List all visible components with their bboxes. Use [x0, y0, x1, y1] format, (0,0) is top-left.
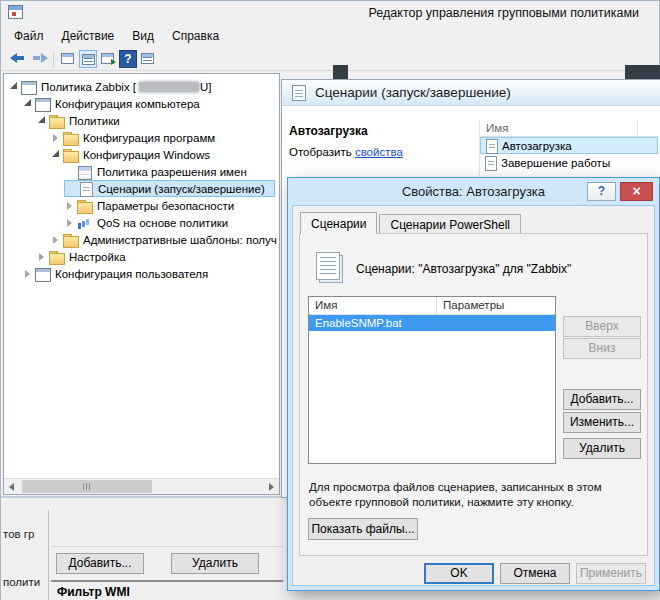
expand-toggle-icon[interactable]: [64, 200, 76, 212]
tree-item-user-configuration[interactable]: Конфигурация пользователя: [22, 265, 275, 282]
dialog-tabs: Сценарии Сценарии PowerShell: [300, 212, 521, 234]
menu-help[interactable]: Справка: [163, 26, 228, 46]
dialog-close-button[interactable]: ×: [620, 182, 653, 201]
link-prefix-text: Отобразить: [289, 146, 355, 158]
dialog-body: Сценарии Сценарии PowerShell Сценарии: "…: [292, 205, 655, 586]
up-level-icon[interactable]: [59, 50, 77, 68]
help-icon[interactable]: ?: [119, 50, 137, 68]
show-console-tree-icon[interactable]: [79, 50, 97, 68]
tree-item-policies[interactable]: Политики: [36, 112, 275, 129]
scrollbar-thumb[interactable]: [22, 480, 152, 493]
forward-arrow-icon[interactable]: [31, 50, 49, 68]
tree-item-administrative-templates[interactable]: Административные шаблоны: получ: [50, 231, 275, 248]
tree-item-label: Политики: [68, 114, 123, 128]
selected-script-type-label: Автозагрузка: [289, 124, 368, 138]
tree-item-label: Параметры безопасности: [96, 199, 237, 213]
tree-item-computer-configuration[interactable]: Конфигурация компьютера: [22, 95, 275, 112]
expand-spacer: [65, 183, 77, 195]
script-file-name: EnableSNMP.bat: [315, 317, 402, 329]
scroll-right-icon[interactable]: [263, 479, 279, 494]
expand-toggle-icon[interactable]: [36, 251, 48, 263]
apply-button[interactable]: Применить: [576, 563, 646, 584]
clipped-text-fragment: тов гр: [3, 528, 47, 540]
back-arrow-icon[interactable]: [9, 50, 27, 68]
redaction-blur: [139, 82, 199, 92]
folder-icon: [62, 131, 79, 145]
tree-item-label: Политика Zabbix [: [40, 80, 139, 94]
folder-icon: [76, 199, 93, 213]
scripts-list[interactable]: Имя Параметры EnableSNMP.bat: [308, 296, 556, 464]
script-icon: [485, 139, 498, 153]
show-files-button[interactable]: Показать файлы...: [308, 518, 418, 540]
results-header-title: Сценарии (запуск/завершение): [315, 85, 511, 100]
dialog-info-text: Для просмотра файлов сценариев, записанн…: [309, 480, 642, 510]
edit-button[interactable]: Изменить...: [563, 412, 641, 433]
tree-item-policy-based-qos[interactable]: QoS на основе политики: [64, 214, 275, 231]
up-button[interactable]: Вверх: [563, 316, 641, 337]
add-button[interactable]: Добавить...: [563, 389, 641, 410]
window-icon[interactable]: [139, 50, 157, 68]
scripts-header-icon: [291, 85, 307, 100]
list-item-startup[interactable]: Автозагрузка: [480, 137, 658, 154]
results-header: Сценарии (запуск/завершение): [282, 80, 660, 106]
tree-item-policy-root[interactable]: Политика Zabbix [ U]: [8, 78, 275, 95]
section-divider: [51, 580, 283, 582]
tree-item-name-resolution-policy[interactable]: Политика разрешения имен: [64, 163, 275, 180]
folder-icon: [48, 250, 65, 264]
expand-toggle-icon[interactable]: [8, 81, 20, 93]
user-config-icon: [34, 267, 51, 281]
clipped-text-fragment: полити: [3, 576, 47, 588]
background-add-button[interactable]: Добавить...: [56, 553, 144, 574]
menu-bar: Файл Действие Вид Справка: [1, 25, 659, 47]
scroll-left-icon[interactable]: [4, 479, 20, 494]
tab-powershell-scripts[interactable]: Сценарии PowerShell: [379, 214, 521, 234]
horizontal-scrollbar[interactable]: [4, 478, 279, 494]
expand-toggle-icon[interactable]: [36, 115, 48, 127]
tree-item-preferences[interactable]: Настройка: [36, 248, 275, 265]
computer-config-icon: [34, 97, 51, 111]
toolbar: ?: [1, 47, 659, 71]
column-params-label[interactable]: Параметры: [437, 297, 555, 314]
results-column-header[interactable]: Имя: [480, 120, 658, 137]
expand-toggle-icon[interactable]: [50, 149, 62, 161]
down-button[interactable]: Вниз: [563, 338, 641, 359]
menu-file[interactable]: Файл: [5, 26, 53, 46]
tree-item-label: Политика разрешения имен: [96, 165, 250, 179]
script-icon: [484, 156, 497, 170]
list-item-label: Автозагрузка: [502, 140, 572, 152]
tree-item-software-settings[interactable]: Конфигурация программ: [50, 129, 275, 146]
cancel-button[interactable]: Отмена: [500, 563, 570, 584]
background-remove-button[interactable]: Удалить: [171, 553, 259, 574]
column-name-label[interactable]: Имя: [480, 120, 638, 136]
tree-item-label: Конфигурация Windows: [82, 148, 213, 162]
remove-button[interactable]: Удалить: [563, 438, 641, 459]
expand-toggle-icon[interactable]: [50, 132, 62, 144]
tree-item-label: Настройка: [68, 250, 129, 264]
expand-toggle-icon[interactable]: [22, 268, 34, 280]
ok-button[interactable]: OK: [424, 563, 494, 584]
export-list-icon[interactable]: [99, 50, 117, 68]
list-item-shutdown[interactable]: Завершение работы: [480, 154, 658, 171]
tree-item-security-settings[interactable]: Параметры безопасности: [64, 197, 275, 214]
expand-toggle-icon[interactable]: [50, 234, 62, 246]
expand-toggle-icon[interactable]: [22, 98, 34, 110]
group-policy-editor-window: Редактор управления групповыми политикам…: [0, 0, 660, 600]
menu-view[interactable]: Вид: [123, 26, 163, 46]
wmi-filter-section-label: Фильтр WMI: [57, 585, 130, 599]
tree-item-scripts[interactable]: Сценарии (запуск/завершение): [64, 180, 275, 197]
tab-scripts[interactable]: Сценарии: [300, 212, 377, 234]
title-bar: Редактор управления групповыми политикам…: [1, 1, 659, 25]
tree-item-windows-settings[interactable]: Конфигурация Windows: [50, 146, 275, 163]
pane-divider: [48, 510, 49, 600]
script-list-row[interactable]: EnableSNMP.bat: [309, 315, 555, 331]
toolbar-separator: [53, 51, 54, 67]
column-name-label[interactable]: Имя: [309, 297, 437, 314]
scripts-large-icon: [316, 252, 340, 280]
section-divider: [51, 546, 283, 547]
properties-link[interactable]: свойства: [355, 146, 403, 158]
scripts-list-header: Имя Параметры: [309, 297, 555, 315]
folder-icon: [62, 148, 79, 162]
menu-action[interactable]: Действие: [53, 26, 124, 46]
expand-toggle-icon[interactable]: [64, 217, 76, 229]
dialog-help-button[interactable]: ?: [587, 182, 616, 201]
